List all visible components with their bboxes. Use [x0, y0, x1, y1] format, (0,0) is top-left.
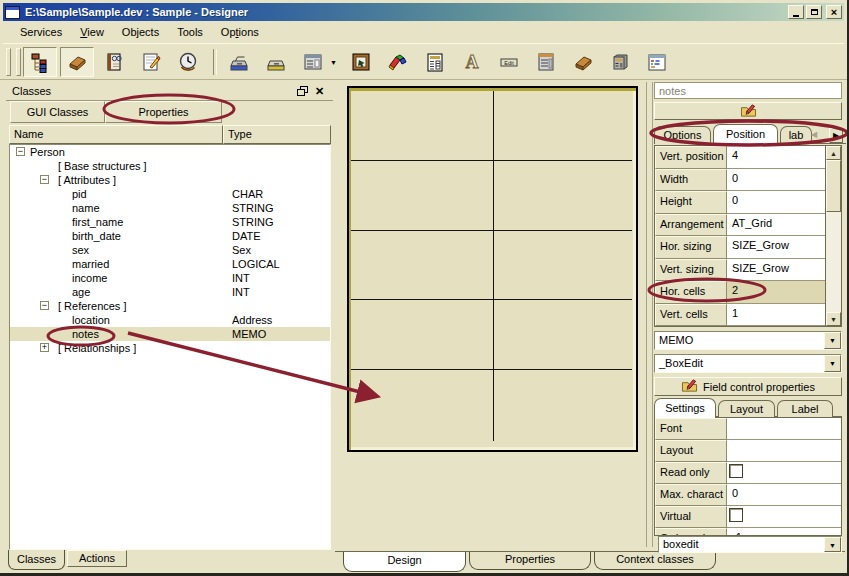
property-value[interactable]	[727, 506, 841, 528]
field-name-input[interactable]	[654, 82, 842, 99]
property-value[interactable]: -1	[727, 528, 841, 536]
property-value[interactable]	[727, 462, 841, 484]
eraser-brown-button[interactable]	[566, 47, 600, 77]
form-window-button[interactable]: ▼	[296, 47, 330, 77]
edit-document-button[interactable]	[134, 47, 168, 77]
close-panel-icon[interactable]: ✕	[314, 86, 325, 97]
scrollbar-down-button[interactable]: ▼	[826, 312, 841, 326]
image-frame-button[interactable]	[344, 47, 378, 77]
tab-position[interactable]: Position	[713, 124, 778, 144]
bottom-combobox[interactable]: boxedit ▼	[658, 536, 842, 553]
tree-item-label: notes	[72, 327, 99, 341]
bottom-tab-properties[interactable]: Properties	[469, 552, 591, 570]
menu-options[interactable]: Options	[212, 24, 268, 41]
ribbon-button[interactable]	[381, 47, 415, 77]
edit-box-button[interactable]: Edit	[492, 47, 526, 77]
clock-button[interactable]	[171, 47, 205, 77]
tree-item-location[interactable]: locationAddress	[10, 313, 330, 327]
menu-services[interactable]: Services	[11, 24, 71, 41]
font-button[interactable]: A	[455, 47, 489, 77]
machine-button[interactable]	[603, 47, 637, 77]
tree-item-references[interactable]: −[ References ]	[10, 299, 330, 313]
property-value[interactable]	[727, 440, 841, 462]
tab-scroll-right-button[interactable]: ▶	[829, 128, 843, 143]
tab-properties[interactable]: Properties	[105, 101, 222, 123]
menu-objects[interactable]: Objects	[113, 24, 168, 41]
collapse-icon[interactable]: −	[40, 175, 49, 184]
close-button[interactable]: ×	[826, 5, 842, 19]
maximize-button[interactable]	[806, 5, 822, 19]
bottom-combobox-arrow-icon[interactable]: ▼	[824, 537, 841, 552]
tree-item-sex[interactable]: sexSex	[10, 243, 330, 257]
drawer-blue-button[interactable]	[222, 47, 256, 77]
bottom-tab-design[interactable]: Design	[343, 552, 466, 572]
tree-item-pid[interactable]: pidCHAR	[10, 187, 330, 201]
menu-view[interactable]: View	[71, 24, 113, 41]
expand-icon[interactable]: +	[40, 343, 49, 352]
tab-label[interactable]: Label	[777, 400, 833, 418]
tab-settings[interactable]: Settings	[654, 398, 716, 418]
toolbar-grip[interactable]	[6, 48, 11, 76]
collapse-icon[interactable]: −	[16, 147, 25, 156]
control-combobox-arrow-icon[interactable]: ▼	[824, 355, 841, 372]
tab-lab[interactable]: lab	[780, 126, 812, 144]
tree-item-label: [ Relationships ]	[58, 341, 136, 355]
tree-item-notes[interactable]: notesMEMO	[10, 327, 330, 341]
bottom-tab-actions[interactable]: Actions	[67, 550, 127, 567]
scrollbar-thumb[interactable]	[826, 160, 841, 212]
property-value[interactable]: 1	[727, 304, 825, 327]
code-window-button[interactable]	[640, 47, 674, 77]
field-control-properties-button[interactable]: Field control properties	[654, 377, 842, 396]
property-value[interactable]: 4	[727, 146, 825, 169]
control-combobox[interactable]: _BoxEdit ▼	[654, 354, 842, 373]
tree-item-birth-date[interactable]: birth_dateDATE	[10, 229, 330, 243]
type-combobox[interactable]: MEMO ▼	[654, 331, 842, 350]
app-icon	[5, 6, 20, 19]
window-list-button[interactable]	[529, 47, 563, 77]
field-properties-button[interactable]	[654, 102, 842, 120]
property-grid-scrollbar[interactable]: ▲ ▼	[825, 145, 842, 327]
property-value[interactable]: 2	[727, 281, 825, 304]
tree-item-first-name[interactable]: first_nameSTRING	[10, 215, 330, 229]
collapse-icon[interactable]: −	[40, 301, 49, 310]
tree-item-name[interactable]: nameSTRING	[10, 201, 330, 215]
tab-options[interactable]: Options	[654, 126, 711, 144]
property-value[interactable]: SIZE_Grow	[727, 236, 825, 259]
scrollbar-up-button[interactable]: ▲	[826, 146, 841, 160]
property-value[interactable]: 0	[727, 191, 825, 214]
tab-layout[interactable]: Layout	[718, 400, 775, 418]
tree-item-age[interactable]: ageINT	[10, 285, 330, 299]
checkbox-unchecked[interactable]	[729, 508, 743, 522]
book-glasses-button[interactable]	[97, 47, 131, 77]
bottom-tab-classes[interactable]: Classes	[8, 550, 65, 570]
drawer-yellow-button[interactable]	[259, 47, 293, 77]
tree-item-married[interactable]: marriedLOGICAL	[10, 257, 330, 271]
menu-tools[interactable]: Tools	[168, 24, 212, 41]
property-value[interactable]: 0	[727, 484, 841, 506]
float-panel-icon[interactable]	[297, 86, 308, 97]
design-grid-hline	[351, 369, 632, 370]
panel-splitter[interactable]	[646, 82, 653, 547]
property-value[interactable]	[727, 418, 841, 440]
design-surface[interactable]	[347, 86, 638, 452]
column-header-name[interactable]: Name	[9, 125, 223, 144]
property-value[interactable]: 0	[727, 169, 825, 192]
type-combobox-arrow-icon[interactable]: ▼	[824, 332, 841, 349]
eraser-button[interactable]	[60, 47, 94, 77]
property-row-vert-sizing: Vert. sizingSIZE_Grow	[655, 259, 825, 282]
minimize-button[interactable]	[788, 5, 804, 19]
property-value[interactable]: SIZE_Grow	[727, 259, 825, 282]
tree-item-person[interactable]: −Person	[10, 145, 330, 159]
dropdown-arrow-icon[interactable]: ▼	[330, 59, 337, 66]
tree-item-base-structures[interactable]: [ Base structures ]	[10, 159, 330, 173]
toolbar-grip-2[interactable]	[16, 48, 21, 76]
tree-item-income[interactable]: incomeINT	[10, 271, 330, 285]
property-value[interactable]: AT_Grid	[727, 214, 825, 237]
report-button[interactable]	[418, 47, 452, 77]
tree-item-attributes[interactable]: −[ Attributes ]	[10, 173, 330, 187]
checkbox-unchecked[interactable]	[729, 464, 743, 478]
class-tree-button[interactable]	[23, 47, 57, 77]
column-header-type[interactable]: Type	[223, 125, 331, 144]
tree-item-relationships[interactable]: +[ Relationships ]	[10, 341, 330, 355]
tab-gui-classes[interactable]: GUI Classes	[10, 101, 105, 123]
